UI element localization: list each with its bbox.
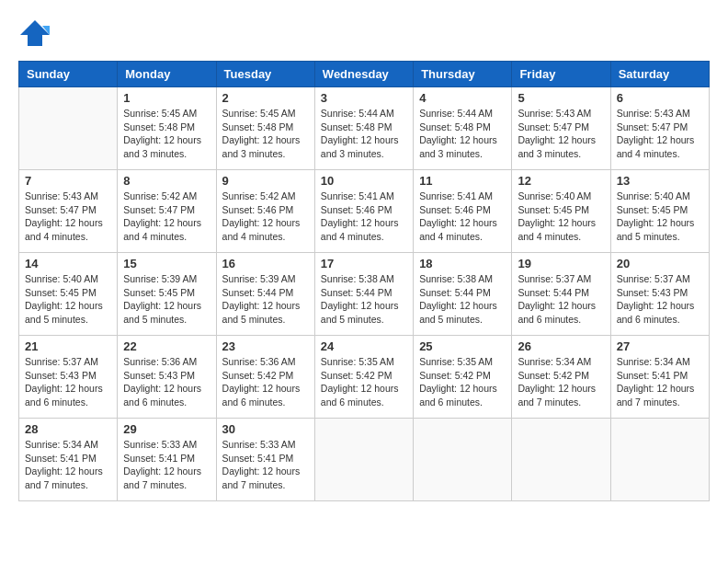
day-number: 3: [321, 91, 407, 105]
day-info: Sunrise: 5:39 AMSunset: 5:45 PMDaylight:…: [123, 272, 210, 327]
weekday-header-wednesday: Wednesday: [314, 62, 413, 87]
day-number: 8: [123, 174, 210, 188]
day-info: Sunrise: 5:36 AMSunset: 5:42 PMDaylight:…: [222, 355, 309, 409]
day-number: 11: [419, 174, 506, 188]
calendar-cell: 1Sunrise: 5:45 AMSunset: 5:48 PMDaylight…: [118, 87, 216, 170]
week-row-1: 1Sunrise: 5:45 AMSunset: 5:48 PMDaylight…: [19, 87, 710, 170]
day-number: 24: [321, 339, 407, 353]
day-number: 20: [617, 257, 703, 270]
week-row-4: 21Sunrise: 5:37 AMSunset: 5:43 PMDayligh…: [19, 336, 710, 419]
day-info: Sunrise: 5:43 AMSunset: 5:47 PMDaylight:…: [518, 107, 604, 161]
day-info: Sunrise: 5:40 AMSunset: 5:45 PMDaylight:…: [518, 190, 604, 244]
day-info: Sunrise: 5:44 AMSunset: 5:48 PMDaylight:…: [419, 107, 506, 161]
day-number: 13: [617, 174, 703, 188]
day-info: Sunrise: 5:37 AMSunset: 5:44 PMDaylight:…: [518, 272, 604, 327]
calendar-cell: 30Sunrise: 5:33 AMSunset: 5:41 PMDayligh…: [216, 419, 314, 501]
day-info: Sunrise: 5:36 AMSunset: 5:43 PMDaylight:…: [123, 355, 210, 409]
day-info: Sunrise: 5:42 AMSunset: 5:46 PMDaylight:…: [222, 190, 309, 244]
calendar-cell: 9Sunrise: 5:42 AMSunset: 5:46 PMDaylight…: [216, 170, 314, 253]
day-info: Sunrise: 5:34 AMSunset: 5:41 PMDaylight:…: [617, 355, 703, 409]
calendar-cell: 23Sunrise: 5:36 AMSunset: 5:42 PMDayligh…: [216, 336, 314, 419]
calendar-cell: 13Sunrise: 5:40 AMSunset: 5:45 PMDayligh…: [610, 170, 709, 253]
calendar-cell: 28Sunrise: 5:34 AMSunset: 5:41 PMDayligh…: [19, 419, 118, 501]
calendar-cell: 20Sunrise: 5:37 AMSunset: 5:43 PMDayligh…: [610, 253, 709, 336]
calendar-cell: 16Sunrise: 5:39 AMSunset: 5:44 PMDayligh…: [216, 253, 314, 336]
day-info: Sunrise: 5:34 AMSunset: 5:42 PMDaylight:…: [518, 355, 604, 409]
day-info: Sunrise: 5:37 AMSunset: 5:43 PMDaylight:…: [617, 272, 703, 327]
day-info: Sunrise: 5:38 AMSunset: 5:44 PMDaylight:…: [321, 272, 407, 327]
day-number: 5: [518, 91, 604, 105]
calendar-cell: 21Sunrise: 5:37 AMSunset: 5:43 PMDayligh…: [19, 336, 118, 419]
day-number: 2: [222, 91, 309, 105]
calendar-cell: 6Sunrise: 5:43 AMSunset: 5:47 PMDaylight…: [610, 87, 709, 170]
day-number: 6: [617, 91, 703, 105]
day-info: Sunrise: 5:35 AMSunset: 5:42 PMDaylight:…: [419, 355, 506, 409]
day-number: 1: [123, 91, 210, 105]
day-info: Sunrise: 5:40 AMSunset: 5:45 PMDaylight:…: [25, 272, 111, 327]
day-number: 25: [419, 339, 506, 353]
day-number: 15: [123, 257, 210, 270]
calendar-cell: 7Sunrise: 5:43 AMSunset: 5:47 PMDaylight…: [19, 170, 118, 253]
calendar-table: SundayMondayTuesdayWednesdayThursdayFrid…: [18, 61, 710, 501]
calendar-cell: 19Sunrise: 5:37 AMSunset: 5:44 PMDayligh…: [512, 253, 610, 336]
day-info: Sunrise: 5:45 AMSunset: 5:48 PMDaylight:…: [222, 107, 309, 161]
logo: [18, 18, 55, 52]
calendar-cell: 17Sunrise: 5:38 AMSunset: 5:44 PMDayligh…: [314, 253, 413, 336]
calendar-cell: 2Sunrise: 5:45 AMSunset: 5:48 PMDaylight…: [216, 87, 314, 170]
day-number: 7: [25, 174, 111, 188]
day-number: 28: [25, 422, 111, 436]
day-info: Sunrise: 5:44 AMSunset: 5:48 PMDaylight:…: [321, 107, 407, 161]
calendar-cell: 12Sunrise: 5:40 AMSunset: 5:45 PMDayligh…: [512, 170, 610, 253]
calendar-cell: 8Sunrise: 5:42 AMSunset: 5:47 PMDaylight…: [118, 170, 216, 253]
calendar-cell: 29Sunrise: 5:33 AMSunset: 5:41 PMDayligh…: [118, 419, 216, 501]
day-number: 18: [419, 257, 506, 270]
calendar-cell: 27Sunrise: 5:34 AMSunset: 5:41 PMDayligh…: [610, 336, 709, 419]
calendar-cell: [19, 87, 118, 170]
svg-marker-0: [20, 20, 50, 46]
day-info: Sunrise: 5:41 AMSunset: 5:46 PMDaylight:…: [419, 190, 506, 244]
day-number: 27: [617, 339, 703, 353]
calendar-cell: [314, 419, 413, 501]
weekday-header-monday: Monday: [118, 62, 216, 87]
weekday-header-saturday: Saturday: [610, 62, 709, 87]
day-number: 26: [518, 339, 604, 353]
day-number: 17: [321, 257, 407, 270]
calendar-cell: 24Sunrise: 5:35 AMSunset: 5:42 PMDayligh…: [314, 336, 413, 419]
calendar-header-row: SundayMondayTuesdayWednesdayThursdayFrid…: [19, 62, 710, 87]
day-info: Sunrise: 5:33 AMSunset: 5:41 PMDaylight:…: [123, 438, 210, 492]
day-number: 22: [123, 339, 210, 353]
calendar-cell: 22Sunrise: 5:36 AMSunset: 5:43 PMDayligh…: [118, 336, 216, 419]
calendar-cell: 11Sunrise: 5:41 AMSunset: 5:46 PMDayligh…: [414, 170, 512, 253]
day-number: 14: [25, 257, 111, 270]
day-number: 29: [123, 422, 210, 436]
day-info: Sunrise: 5:40 AMSunset: 5:45 PMDaylight:…: [617, 190, 703, 244]
calendar-cell: [414, 419, 512, 501]
weekday-header-tuesday: Tuesday: [216, 62, 314, 87]
day-number: 23: [222, 339, 309, 353]
week-row-5: 28Sunrise: 5:34 AMSunset: 5:41 PMDayligh…: [19, 419, 710, 501]
page-header: [18, 18, 710, 52]
calendar-cell: 3Sunrise: 5:44 AMSunset: 5:48 PMDaylight…: [314, 87, 413, 170]
calendar-cell: 10Sunrise: 5:41 AMSunset: 5:46 PMDayligh…: [314, 170, 413, 253]
day-info: Sunrise: 5:34 AMSunset: 5:41 PMDaylight:…: [25, 438, 111, 492]
calendar-cell: 4Sunrise: 5:44 AMSunset: 5:48 PMDaylight…: [414, 87, 512, 170]
day-number: 16: [222, 257, 309, 270]
day-info: Sunrise: 5:37 AMSunset: 5:43 PMDaylight:…: [25, 355, 111, 409]
calendar-cell: [512, 419, 610, 501]
day-number: 19: [518, 257, 604, 270]
weekday-header-sunday: Sunday: [19, 62, 118, 87]
day-number: 9: [222, 174, 309, 188]
day-info: Sunrise: 5:42 AMSunset: 5:47 PMDaylight:…: [123, 190, 210, 244]
week-row-2: 7Sunrise: 5:43 AMSunset: 5:47 PMDaylight…: [19, 170, 710, 253]
day-info: Sunrise: 5:43 AMSunset: 5:47 PMDaylight:…: [25, 190, 111, 244]
calendar-cell: 25Sunrise: 5:35 AMSunset: 5:42 PMDayligh…: [414, 336, 512, 419]
calendar-cell: 5Sunrise: 5:43 AMSunset: 5:47 PMDaylight…: [512, 87, 610, 170]
day-info: Sunrise: 5:39 AMSunset: 5:44 PMDaylight:…: [222, 272, 309, 327]
weekday-header-friday: Friday: [512, 62, 610, 87]
day-info: Sunrise: 5:43 AMSunset: 5:47 PMDaylight:…: [617, 107, 703, 161]
day-info: Sunrise: 5:45 AMSunset: 5:48 PMDaylight:…: [123, 107, 210, 161]
day-info: Sunrise: 5:38 AMSunset: 5:44 PMDaylight:…: [419, 272, 506, 327]
calendar-cell: 26Sunrise: 5:34 AMSunset: 5:42 PMDayligh…: [512, 336, 610, 419]
day-info: Sunrise: 5:35 AMSunset: 5:42 PMDaylight:…: [321, 355, 407, 409]
calendar-cell: [610, 419, 709, 501]
